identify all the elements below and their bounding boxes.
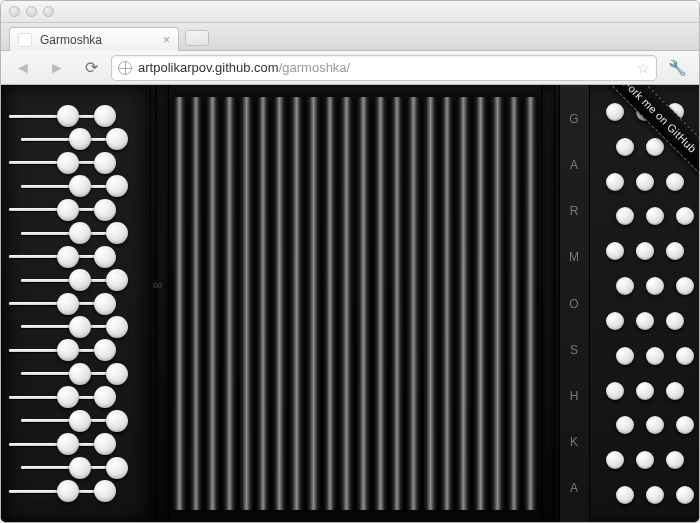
key-button-icon[interactable] — [57, 152, 79, 174]
bass-button[interactable] — [606, 103, 624, 121]
key-button-icon[interactable] — [69, 363, 91, 385]
bass-button[interactable] — [676, 416, 694, 434]
key-button-icon[interactable] — [57, 199, 79, 221]
bass-button[interactable] — [636, 312, 654, 330]
bass-button[interactable] — [676, 207, 694, 225]
key-button-icon[interactable] — [57, 293, 79, 315]
left-key[interactable] — [9, 152, 150, 174]
bass-button[interactable] — [616, 277, 634, 295]
bass-button[interactable] — [646, 416, 664, 434]
bass-button[interactable] — [646, 486, 664, 504]
left-key[interactable] — [21, 222, 162, 244]
left-key[interactable] — [9, 386, 150, 408]
key-button-icon[interactable] — [94, 433, 116, 455]
bass-button[interactable] — [616, 416, 634, 434]
bass-button[interactable] — [606, 242, 624, 260]
key-button-icon[interactable] — [69, 269, 91, 291]
tab-garmoshka[interactable]: Garmoshka × — [9, 27, 179, 51]
key-button-icon[interactable] — [106, 222, 128, 244]
key-button-icon[interactable] — [106, 316, 128, 338]
button-row — [606, 207, 699, 225]
key-button-icon[interactable] — [94, 339, 116, 361]
bass-button[interactable] — [616, 207, 634, 225]
key-button-icon[interactable] — [106, 269, 128, 291]
key-button-icon[interactable] — [57, 433, 79, 455]
left-key[interactable] — [21, 128, 162, 150]
bass-button[interactable] — [676, 347, 694, 365]
bass-button[interactable] — [676, 277, 694, 295]
bass-button[interactable] — [636, 382, 654, 400]
key-button-icon[interactable] — [69, 175, 91, 197]
key-button-icon[interactable] — [57, 105, 79, 127]
bellows[interactable] — [151, 85, 559, 522]
key-button-icon[interactable] — [94, 386, 116, 408]
key-button-icon[interactable] — [94, 480, 116, 502]
left-key[interactable] — [21, 410, 162, 432]
bass-button[interactable] — [636, 451, 654, 469]
left-key[interactable] — [9, 246, 150, 268]
bass-button[interactable] — [666, 382, 684, 400]
new-tab-button[interactable] — [185, 30, 209, 46]
close-tab-icon[interactable]: × — [163, 33, 170, 47]
brand-letter: R — [570, 205, 580, 217]
bass-button[interactable] — [636, 173, 654, 191]
bass-button[interactable] — [606, 312, 624, 330]
bass-button[interactable] — [666, 242, 684, 260]
key-button-icon[interactable] — [106, 128, 128, 150]
bass-button[interactable] — [646, 207, 664, 225]
bass-button[interactable] — [606, 173, 624, 191]
key-button-icon[interactable] — [106, 457, 128, 479]
key-button-icon[interactable] — [57, 386, 79, 408]
bass-button[interactable] — [666, 173, 684, 191]
key-button-icon[interactable] — [94, 105, 116, 127]
left-key[interactable] — [9, 199, 150, 221]
forward-button[interactable]: ► — [43, 56, 71, 80]
bass-button[interactable] — [606, 451, 624, 469]
key-button-icon[interactable] — [94, 246, 116, 268]
left-key[interactable] — [9, 433, 150, 455]
left-key[interactable] — [21, 316, 162, 338]
left-key[interactable] — [9, 293, 150, 315]
bass-button[interactable] — [616, 138, 634, 156]
key-button-icon[interactable] — [69, 457, 91, 479]
bass-button[interactable] — [616, 486, 634, 504]
left-key[interactable] — [9, 480, 150, 502]
key-button-icon[interactable] — [69, 316, 91, 338]
url-host: artpolikarpov.github.com — [138, 60, 279, 75]
back-button[interactable]: ◄ — [9, 56, 37, 80]
bass-button[interactable] — [646, 138, 664, 156]
bass-button[interactable] — [616, 347, 634, 365]
key-button-icon[interactable] — [69, 410, 91, 432]
key-button-icon[interactable] — [106, 175, 128, 197]
key-button-icon[interactable] — [57, 246, 79, 268]
left-key[interactable] — [21, 269, 162, 291]
address-bar[interactable]: artpolikarpov.github.com/garmoshka/ ☆ — [111, 55, 657, 81]
bass-button[interactable] — [646, 347, 664, 365]
left-key[interactable] — [9, 105, 150, 127]
bass-button[interactable] — [666, 451, 684, 469]
bass-button[interactable] — [646, 277, 664, 295]
key-button-icon[interactable] — [57, 339, 79, 361]
bass-button[interactable] — [676, 486, 694, 504]
bass-button[interactable] — [666, 312, 684, 330]
left-key[interactable] — [21, 457, 162, 479]
bookmark-star-icon[interactable]: ☆ — [637, 60, 650, 76]
left-key[interactable] — [21, 363, 162, 385]
left-key[interactable] — [21, 175, 162, 197]
traffic-close-icon[interactable] — [9, 6, 20, 17]
key-button-icon[interactable] — [94, 199, 116, 221]
left-key[interactable] — [9, 339, 150, 361]
bass-button[interactable] — [636, 242, 654, 260]
traffic-min-icon[interactable] — [26, 6, 37, 17]
key-button-icon[interactable] — [94, 293, 116, 315]
reload-button[interactable]: ⟳ — [77, 56, 105, 80]
traffic-max-icon[interactable] — [43, 6, 54, 17]
key-button-icon[interactable] — [106, 410, 128, 432]
key-button-icon[interactable] — [106, 363, 128, 385]
wrench-menu-button[interactable]: 🔧 — [663, 56, 691, 80]
key-button-icon[interactable] — [57, 480, 79, 502]
key-button-icon[interactable] — [94, 152, 116, 174]
bass-button[interactable] — [606, 382, 624, 400]
key-button-icon[interactable] — [69, 222, 91, 244]
key-button-icon[interactable] — [69, 128, 91, 150]
